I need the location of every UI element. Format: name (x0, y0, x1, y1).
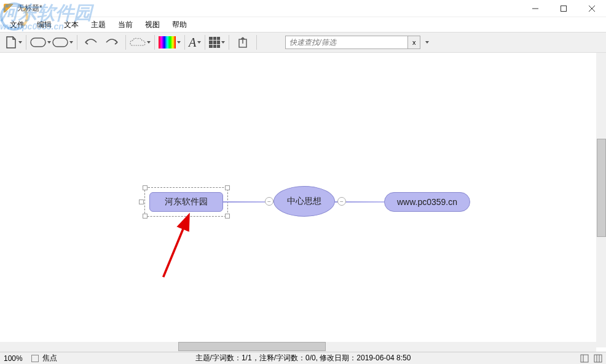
status-right (580, 354, 602, 363)
svg-rect-1 (561, 6, 567, 12)
new-doc-button[interactable] (5, 36, 22, 49)
grid-button[interactable] (209, 37, 225, 48)
resize-handle[interactable] (139, 199, 144, 204)
toolbar-separator (229, 35, 229, 50)
resize-handle[interactable] (143, 214, 148, 219)
toolbar-separator (26, 35, 26, 50)
horizontal-scrollbar[interactable] (0, 342, 596, 352)
search-container: x (285, 36, 420, 49)
menu-edit[interactable]: 编辑 (32, 18, 57, 31)
cloud-shape-button[interactable] (130, 37, 151, 48)
search-input[interactable] (285, 36, 408, 49)
window-controls (521, 0, 606, 17)
search-clear-button[interactable]: x (408, 36, 420, 49)
grid-icon (209, 37, 220, 48)
font-button[interactable]: A (189, 36, 201, 50)
rounded-rect-shape-button[interactable] (30, 37, 51, 47)
resize-handle[interactable] (225, 185, 230, 190)
menu-help[interactable]: 帮助 (167, 18, 192, 31)
mindmap-node-left[interactable]: 河东软件园 (149, 192, 223, 212)
mindmap-node-center[interactable]: 中心思想 (273, 186, 335, 217)
toolbar-separator (125, 35, 126, 50)
focus-toggle[interactable]: 焦点 (31, 353, 57, 363)
chevron-down-icon (47, 41, 51, 44)
resize-handle[interactable] (225, 214, 230, 219)
chevron-down-icon (18, 41, 22, 44)
chevron-down-icon (147, 41, 151, 44)
toolbar-separator (205, 35, 205, 50)
status-info: 主题/字词数：1/1，注释/字词数：0/0, 修改日期：2019-06-04 8… (195, 353, 411, 363)
svg-rect-4 (31, 38, 45, 47)
vertical-scrollbar[interactable] (596, 53, 606, 347)
canvas[interactable]: − − 河东软件园 中心思想 www.pc0359.cn (0, 53, 596, 347)
menu-current[interactable]: 当前 (113, 18, 138, 31)
statusbar: 100% 焦点 主题/字词数：1/1，注释/字词数：0/0, 修改日期：2019… (0, 352, 606, 364)
focus-label: 焦点 (42, 354, 57, 362)
chevron-down-icon (177, 41, 181, 44)
menu-view[interactable]: 视图 (140, 18, 165, 31)
resize-handle[interactable] (143, 185, 148, 190)
chevron-down-icon (197, 41, 201, 44)
toolbar: A x (0, 32, 606, 53)
maximize-button[interactable] (549, 0, 578, 17)
toolbar-separator (256, 35, 257, 50)
ellipse-shape-button[interactable] (52, 37, 73, 47)
redo-button[interactable] (102, 34, 122, 51)
search-options-button[interactable] (424, 41, 429, 44)
menu-topic[interactable]: 主题 (86, 18, 111, 31)
layout-icon[interactable] (594, 354, 602, 363)
svg-line-7 (163, 217, 188, 277)
svg-rect-8 (581, 355, 588, 362)
menu-text[interactable]: 文本 (59, 18, 84, 31)
watermark-logo-icon (0, 2, 28, 31)
layout-icon[interactable] (580, 354, 589, 363)
rainbow-icon (159, 36, 176, 48)
chevron-down-icon (69, 41, 73, 44)
menubar: 文件 编辑 文本 主题 当前 视图 帮助 (0, 17, 606, 32)
svg-rect-5 (53, 38, 68, 47)
mindmap-node-right[interactable]: www.pc0359.cn (384, 192, 470, 212)
font-icon: A (189, 36, 196, 50)
arrow-annotation-icon (157, 212, 206, 280)
checkbox-icon (31, 355, 39, 362)
collapse-handle[interactable]: − (337, 197, 346, 206)
scrollbar-thumb[interactable] (597, 139, 606, 237)
chevron-down-icon (425, 41, 429, 44)
svg-rect-10 (594, 355, 602, 362)
close-button[interactable] (578, 0, 606, 17)
undo-button[interactable] (81, 34, 101, 51)
titlebar: 无标题* (0, 0, 606, 17)
toolbar-separator (77, 35, 77, 50)
toolbar-separator (154, 35, 155, 50)
scrollbar-thumb[interactable] (178, 342, 326, 351)
collapse-handle[interactable]: − (265, 197, 273, 206)
color-picker-button[interactable] (159, 36, 181, 48)
export-button[interactable] (233, 34, 253, 51)
minimize-button[interactable] (521, 0, 549, 17)
chevron-down-icon (221, 41, 225, 44)
zoom-level[interactable]: 100% (4, 354, 23, 363)
toolbar-separator (184, 35, 185, 50)
